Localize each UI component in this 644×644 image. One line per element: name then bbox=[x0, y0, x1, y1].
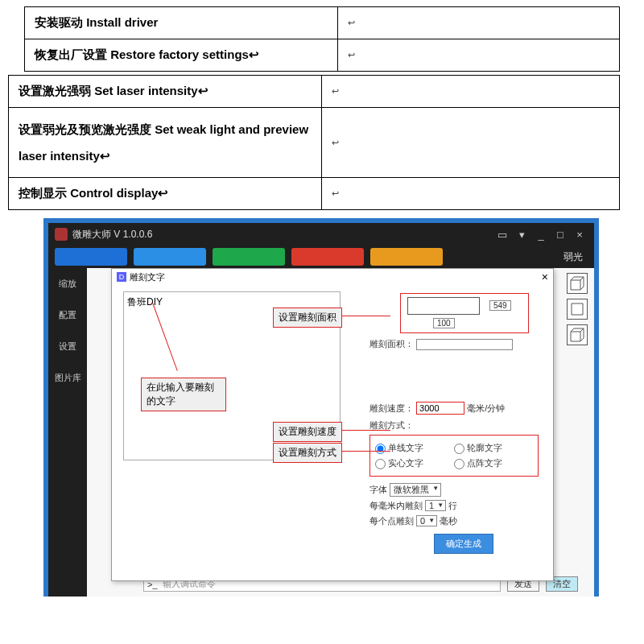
front-view-icon[interactable] bbox=[567, 299, 588, 320]
mode-option-solid[interactable]: 实心文字 bbox=[375, 457, 452, 469]
tab-3[interactable] bbox=[213, 248, 285, 266]
arrow-line bbox=[342, 430, 390, 431]
table2-row2: 设置弱光及预览激光强度 Set weak light and preview l… bbox=[9, 108, 322, 178]
close-icon[interactable]: × bbox=[572, 229, 588, 241]
menu-icon[interactable]: ▾ bbox=[514, 229, 530, 241]
tab-2[interactable] bbox=[134, 248, 206, 266]
svg-line-21 bbox=[580, 338, 584, 341]
perspective-view-icon[interactable] bbox=[567, 273, 588, 294]
right-fields: 549 100 雕刻面积： 雕刻速度： 毫米/分钟 雕刻方式： bbox=[353, 293, 547, 554]
table2-row2-b: ↩ bbox=[322, 108, 620, 178]
font-select[interactable]: 微软雅黑 bbox=[390, 483, 441, 497]
per-mm-suffix: 行 bbox=[448, 501, 457, 510]
svg-line-7 bbox=[580, 277, 584, 280]
font-label: 字体 bbox=[369, 485, 387, 494]
dialog-tab-label: 雕刻文字 bbox=[130, 271, 165, 283]
size-width-value: 549 bbox=[489, 300, 511, 311]
main-canvas: D 雕刻文字 × 鲁班DIY 在此输入要雕刻的文字 设置雕刻面积 设置雕刻速度 … bbox=[87, 268, 594, 597]
tabs-row: 弱光 bbox=[48, 246, 594, 268]
app-title: 微雕大师 V 1.0.0.6 bbox=[72, 228, 152, 242]
tab-4[interactable] bbox=[291, 248, 364, 266]
engrave-text-value: 鲁班DIY bbox=[127, 296, 163, 308]
top-view-icon[interactable] bbox=[567, 324, 588, 345]
callout-text-hint: 在此输入要雕刻的文字 bbox=[141, 378, 226, 411]
sidebar-item-settings[interactable]: 设置 bbox=[48, 331, 87, 362]
callout-area: 设置雕刻面积 bbox=[273, 308, 342, 328]
minimize-icon[interactable]: _ bbox=[533, 229, 549, 241]
size-preview-rect bbox=[407, 297, 480, 315]
doc-table-1: 安装驱动 Install driver ↩ 恢复出厂设置 Restore fac… bbox=[24, 6, 620, 72]
per-mm-label: 每毫米内雕刻 bbox=[369, 501, 423, 510]
per-dot-label: 每个点雕刻 bbox=[369, 516, 414, 526]
size-height-value: 100 bbox=[433, 318, 455, 328]
tab-1[interactable] bbox=[55, 248, 127, 266]
sidebar-item-config[interactable]: 配置 bbox=[48, 299, 87, 331]
content-area: 缩放 配置 设置 图片库 D 雕刻文字 × bbox=[48, 268, 594, 597]
engrave-mode-group: 单线文字 轮廓文字 实心文字 点阵文字 bbox=[369, 435, 539, 477]
engrave-size-box: 549 100 bbox=[400, 293, 529, 333]
dialog-header: D 雕刻文字 × bbox=[112, 269, 553, 285]
speed-label: 雕刻速度： bbox=[369, 403, 414, 413]
engrave-speed-input[interactable] bbox=[416, 402, 464, 415]
table1-row1: 安装驱动 Install driver bbox=[25, 7, 338, 39]
table1-row1-b: ↩ bbox=[338, 7, 620, 39]
app-icon bbox=[55, 228, 68, 241]
callout-speed: 设置雕刻速度 bbox=[273, 422, 342, 442]
per-dot-select[interactable]: 0 bbox=[416, 515, 437, 526]
chat-icon[interactable]: ▭ bbox=[494, 229, 510, 241]
per-mm-select[interactable]: 1 bbox=[425, 500, 446, 511]
svg-line-20 bbox=[580, 328, 584, 332]
table2-row3: 控制显示 Control display↩ bbox=[9, 178, 322, 210]
arrow-line bbox=[342, 451, 390, 452]
dialog-tab-icon: D bbox=[117, 272, 126, 282]
dialog-close-icon[interactable]: × bbox=[542, 270, 548, 283]
callout-mode: 设置雕刻方式 bbox=[273, 443, 342, 463]
titlebar: 微雕大师 V 1.0.0.6 ▭ ▾ _ □ × bbox=[48, 223, 594, 246]
svg-line-8 bbox=[580, 287, 584, 290]
doc-table-2: 设置激光强弱 Set laser intensity↩ ↩ 设置弱光及预览激光强… bbox=[8, 75, 620, 210]
screenshot-frame: 微雕大师 V 1.0.0.6 ▭ ▾ _ □ × 弱光 缩放 配置 设置 图片库 bbox=[43, 218, 599, 597]
mode-option-single-line[interactable]: 单线文字 bbox=[375, 442, 452, 454]
sidebar: 缩放 配置 设置 图片库 bbox=[48, 268, 87, 597]
sidebar-item-zoom[interactable]: 缩放 bbox=[48, 268, 87, 299]
engrave-text-dialog: D 雕刻文字 × 鲁班DIY 在此输入要雕刻的文字 设置雕刻面积 设置雕刻速度 … bbox=[111, 268, 554, 581]
confirm-generate-button[interactable]: 确定生成 bbox=[434, 534, 493, 554]
table2-row3-b: ↩ bbox=[322, 178, 620, 210]
view-icons bbox=[567, 273, 588, 345]
table2-row1: 设置激光强弱 Set laser intensity↩ bbox=[9, 76, 322, 108]
arrow-line bbox=[342, 316, 390, 316]
speed-unit: 毫米/分钟 bbox=[467, 403, 505, 413]
engrave-area-field[interactable] bbox=[416, 339, 513, 350]
mode-option-dot-matrix[interactable]: 点阵文字 bbox=[454, 457, 530, 469]
svg-line-19 bbox=[571, 328, 574, 332]
sidebar-item-gallery[interactable]: 图片库 bbox=[48, 362, 87, 394]
svg-line-6 bbox=[571, 277, 574, 280]
area-label: 雕刻面积： bbox=[369, 339, 414, 349]
tab-5[interactable] bbox=[370, 248, 443, 266]
table2-row1-b: ↩ bbox=[322, 76, 620, 108]
table1-row2-b: ↩ bbox=[338, 39, 620, 72]
maximize-icon[interactable]: □ bbox=[552, 229, 568, 241]
mode-option-outline[interactable]: 轮廓文字 bbox=[454, 442, 530, 454]
weak-light-button[interactable]: 弱光 bbox=[559, 249, 588, 266]
mode-label: 雕刻方式： bbox=[369, 419, 547, 431]
per-dot-suffix: 毫秒 bbox=[440, 516, 457, 526]
table1-row2: 恢复出厂设置 Restore factory settings↩ bbox=[25, 39, 338, 72]
app-window: 微雕大师 V 1.0.0.6 ▭ ▾ _ □ × 弱光 缩放 配置 设置 图片库 bbox=[48, 223, 594, 597]
